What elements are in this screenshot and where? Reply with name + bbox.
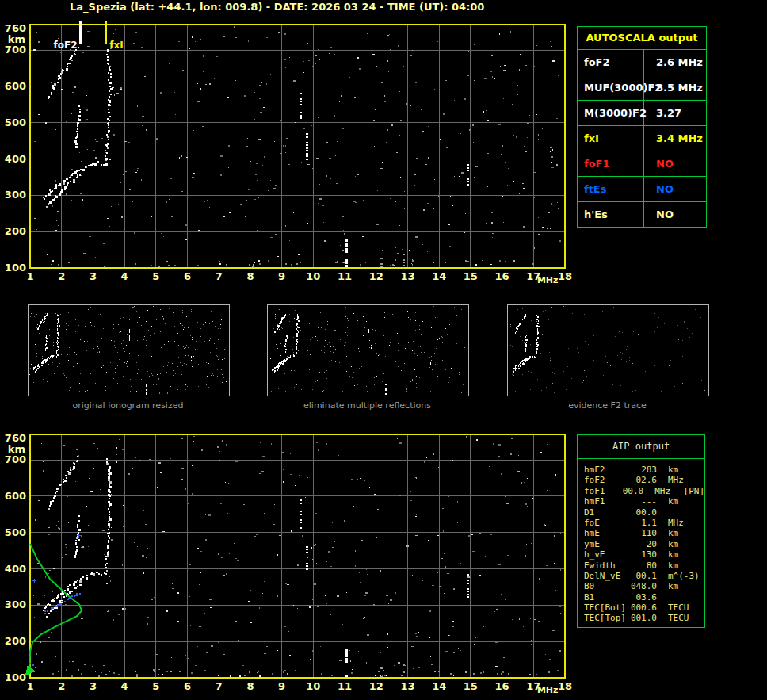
aip-row: TEC[Top]001.0TECU bbox=[584, 613, 704, 623]
svg-text:18: 18 bbox=[558, 680, 572, 692]
aip-unit bbox=[657, 507, 701, 518]
aip-unit: MHz bbox=[657, 518, 701, 528]
thumbnail-original-ionogram bbox=[28, 304, 230, 396]
aip-row: ymE20km bbox=[584, 539, 704, 549]
aip-row: foF202.6MHz bbox=[584, 475, 704, 485]
svg-text:100: 100 bbox=[5, 262, 26, 273]
aip-row: TEC[Bot]000.6TECU bbox=[584, 602, 704, 613]
aip-row: DelN_vE00.1m^(-3) bbox=[584, 571, 704, 581]
aip-unit: km bbox=[657, 549, 701, 560]
aip-unit: TECU bbox=[657, 613, 701, 623]
aip-table: AIP output hmF2283kmfoF202.6MHzfoF100.0M… bbox=[577, 434, 705, 628]
aip-label: DelN_vE bbox=[584, 571, 628, 581]
aip-row: hmE110km bbox=[584, 528, 704, 538]
aip-extra bbox=[701, 507, 703, 518]
aip-value: 283 bbox=[628, 465, 657, 475]
autoscala-output-screen: 123456789101112131415161718MHz7607006005… bbox=[0, 0, 767, 700]
aip-label: hmF1 bbox=[584, 496, 628, 507]
aip-unit: MHz bbox=[657, 475, 701, 485]
svg-text:8: 8 bbox=[246, 680, 254, 692]
svg-text:1: 1 bbox=[26, 680, 33, 692]
svg-text:18: 18 bbox=[558, 270, 572, 282]
svg-text:760: 760 bbox=[5, 22, 26, 34]
parameter-value: 3.27 bbox=[644, 101, 706, 125]
autoscala-row: foF22.6 MHz bbox=[578, 50, 706, 75]
svg-text:11: 11 bbox=[338, 680, 352, 692]
aip-extra bbox=[701, 475, 703, 485]
aip-value: 1.1 bbox=[628, 518, 657, 528]
aip-unit: km bbox=[657, 560, 701, 571]
parameter-name: foF2 bbox=[578, 50, 644, 75]
svg-text:9: 9 bbox=[278, 680, 285, 692]
svg-text:10: 10 bbox=[306, 680, 320, 692]
svg-text:400: 400 bbox=[5, 563, 26, 575]
aip-row: D100.0 bbox=[584, 507, 704, 518]
autoscala-table-title: AUTOSCALA output bbox=[578, 27, 706, 50]
svg-text:12: 12 bbox=[369, 680, 384, 692]
parameter-value: 3.4 MHz bbox=[644, 126, 706, 151]
svg-text:15: 15 bbox=[464, 680, 478, 692]
svg-text:760: 760 bbox=[5, 432, 26, 444]
aip-row: hmF2283km bbox=[584, 465, 704, 475]
aip-extra bbox=[701, 613, 703, 623]
aip-label: D1 bbox=[584, 507, 628, 518]
aip-unit: km bbox=[657, 528, 701, 538]
top-ionogram: 123456789101112131415161718MHz7607006005… bbox=[5, 21, 572, 285]
svg-text:foF2: foF2 bbox=[54, 40, 78, 51]
aip-extra bbox=[701, 539, 703, 549]
autoscala-table-rows: foF22.6 MHzMUF(3000)F28.5 MHzM(3000)F23.… bbox=[578, 50, 706, 227]
svg-text:100: 100 bbox=[5, 671, 26, 683]
autoscala-table: AUTOSCALA output foF22.6 MHzMUF(3000)F28… bbox=[577, 26, 707, 228]
parameter-value: 2.6 MHz bbox=[644, 50, 706, 75]
svg-text:2: 2 bbox=[58, 270, 65, 282]
svg-text:500: 500 bbox=[5, 526, 26, 538]
aip-extra bbox=[701, 518, 703, 528]
aip-unit: MHz bbox=[643, 486, 681, 496]
svg-text:10: 10 bbox=[306, 270, 320, 282]
svg-text:13: 13 bbox=[400, 270, 414, 282]
aip-value: 03.6 bbox=[628, 592, 657, 602]
aip-extra bbox=[701, 560, 703, 571]
svg-text:9: 9 bbox=[278, 270, 285, 282]
svg-text:5: 5 bbox=[152, 680, 159, 692]
aip-extra bbox=[701, 496, 703, 507]
aip-row: B103.6 bbox=[584, 592, 704, 602]
svg-text:16: 16 bbox=[495, 680, 509, 692]
aip-value: 130 bbox=[628, 549, 657, 560]
svg-text:MHz: MHz bbox=[537, 275, 559, 285]
bottom-ionogram: 123456789101112131415161718MHz7607006005… bbox=[5, 432, 572, 695]
aip-value: 048.0 bbox=[628, 581, 657, 591]
aip-unit: km bbox=[657, 496, 701, 507]
aip-row: Ewidth80km bbox=[584, 560, 704, 571]
aip-label: B1 bbox=[584, 592, 628, 602]
parameter-name: foF1 bbox=[578, 151, 644, 176]
svg-text:200: 200 bbox=[5, 225, 26, 237]
aip-value: 00.1 bbox=[628, 571, 657, 581]
autoscala-row: MUF(3000)F28.5 MHz bbox=[578, 75, 706, 101]
aip-table-rows: hmF2283kmfoF202.6MHzfoF100.0MHz[PN]hmF1-… bbox=[578, 459, 704, 624]
aip-value: 00.0 bbox=[620, 486, 643, 496]
parameter-value: 8.5 MHz bbox=[644, 75, 706, 100]
svg-text:5: 5 bbox=[152, 270, 159, 282]
svg-text:km: km bbox=[8, 443, 25, 455]
aip-label: hmF2 bbox=[584, 465, 628, 475]
svg-text:3: 3 bbox=[90, 680, 97, 692]
aip-extra bbox=[701, 581, 703, 591]
parameter-name: MUF(3000)F2 bbox=[578, 75, 644, 100]
aip-value: 00.0 bbox=[628, 507, 657, 518]
aip-value: 110 bbox=[628, 528, 657, 538]
svg-text:km: km bbox=[8, 33, 25, 45]
svg-text:300: 300 bbox=[5, 189, 26, 201]
aip-unit: km bbox=[657, 539, 701, 549]
svg-text:14: 14 bbox=[432, 680, 446, 692]
svg-text:7: 7 bbox=[216, 680, 223, 692]
aip-label: foF2 bbox=[584, 475, 628, 485]
svg-text:2: 2 bbox=[58, 680, 65, 692]
svg-text:4: 4 bbox=[121, 270, 128, 282]
parameter-name: h'Es bbox=[578, 202, 644, 227]
aip-unit bbox=[657, 592, 701, 602]
svg-text:16: 16 bbox=[495, 270, 509, 282]
svg-text:4: 4 bbox=[121, 680, 128, 692]
aip-value: 02.6 bbox=[628, 475, 657, 485]
parameter-value: NO bbox=[644, 202, 706, 227]
